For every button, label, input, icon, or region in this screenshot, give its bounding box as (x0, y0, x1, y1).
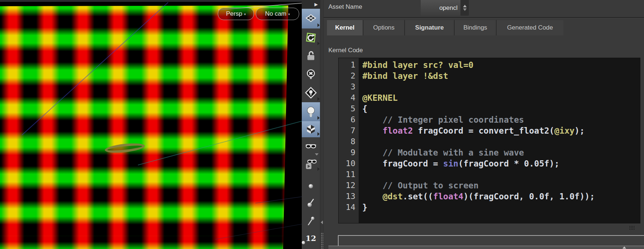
submenu-arrow-icon (317, 167, 320, 171)
viewport[interactable]: Persp ▾ No cam ▾ (0, 0, 302, 249)
render-pattern (0, 0, 302, 249)
kernel-code-editor[interactable]: 1#bind layer src? val=02#bind layer !&ds… (338, 58, 640, 223)
asset-version-spinner[interactable] (460, 0, 469, 16)
code-line[interactable]: 5{ (339, 103, 640, 114)
line-number: 7 (339, 125, 359, 136)
code-text (359, 169, 362, 180)
camera-select-label: No cam (265, 10, 286, 18)
sphere-icon (306, 181, 316, 191)
tab-options[interactable]: Options (363, 20, 404, 35)
submenu-arrow-icon (317, 42, 320, 45)
bulb-icon (305, 106, 317, 118)
line-number: 9 (339, 147, 359, 158)
code-text: fragCoord = sin(fragCoord * 0.05f); (359, 158, 559, 169)
line-number: 13 (339, 191, 359, 202)
code-text: @dst.set((float4)(fragCoord, 0.0f, 1.0f)… (359, 191, 595, 202)
tab-bindings[interactable]: Bindings (455, 20, 496, 35)
code-text: // Modulate with a sine wave (359, 147, 524, 158)
code-text: } (359, 202, 367, 213)
view-grid-layout-button[interactable] (302, 9, 320, 28)
expand-toolbar-button[interactable]: ▶ (302, 0, 320, 9)
recook-viewport-button[interactable] (302, 28, 320, 47)
line-number: 14 (339, 202, 359, 213)
code-line[interactable]: 11 (339, 169, 640, 180)
diamond-bulb-icon (304, 86, 317, 99)
shaded-cube-icon (305, 123, 317, 135)
submenu-arrow-icon (317, 116, 320, 120)
code-line[interactable]: 10 fragCoord = sin(fragCoord * 0.05f); (339, 158, 640, 169)
viewport-top-bar (0, 0, 302, 2)
point-markers-button[interactable] (302, 179, 320, 194)
display-options-button[interactable] (302, 137, 320, 155)
line-number: 2 (339, 70, 359, 81)
code-line[interactable]: 9 // Modulate with a sine wave (339, 147, 640, 158)
code-line[interactable]: 3 (339, 81, 640, 92)
point-ball-icon (302, 241, 305, 244)
scene-view-options-button[interactable] (302, 155, 320, 172)
bulb-x-icon (305, 68, 317, 80)
editor-resize-grip[interactable] (629, 226, 635, 230)
spinner-down-icon[interactable] (463, 8, 467, 11)
sphere-stick-icon (305, 197, 317, 208)
line-number: 10 (339, 158, 359, 169)
high-quality-lighting-button[interactable] (302, 102, 320, 121)
code-line[interactable]: 13 @dst.set((float4)(fragCoord, 0.0f, 1.… (339, 191, 640, 202)
lock-icon (305, 50, 317, 62)
submenu-arrow-icon (317, 23, 320, 27)
line-number: 8 (339, 136, 359, 147)
code-text: // Output to screen (359, 180, 479, 191)
scroll-up-icon[interactable] (622, 246, 626, 249)
green-stripes (0, 0, 302, 249)
recook-icon (305, 31, 317, 44)
line-number: 11 (339, 169, 359, 180)
code-text (359, 81, 362, 92)
point-numbers-button[interactable]: 12 (302, 230, 320, 246)
submenu-arrow-icon (317, 97, 320, 101)
code-line[interactable]: 8 (339, 136, 640, 147)
panel-splitter[interactable] (320, 0, 324, 249)
code-line[interactable]: 14} (339, 202, 640, 213)
kernel-code-label: Kernel Code (328, 47, 363, 54)
sunglasses-icon (304, 139, 317, 153)
viewport-toolbar: ▶ (302, 0, 320, 249)
asset-name-field[interactable]: opencl (421, 0, 469, 16)
bottom-scroll-strip[interactable] (328, 246, 644, 249)
editor-hscroll-field[interactable] (338, 235, 644, 246)
asset-name-label: Asset Name (328, 3, 362, 11)
tab-signature[interactable]: Signature (405, 20, 454, 35)
camera-select-button[interactable]: No cam ▾ (256, 8, 299, 20)
spinner-up-icon[interactable] (463, 5, 467, 7)
code-line[interactable]: 7 float2 fragCoord = convert_float2(@ixy… (339, 125, 640, 136)
line-number: 1 (339, 60, 359, 70)
code-text: #bind layer src? val=0 (359, 60, 474, 70)
sunglasses-play-icon (304, 157, 317, 170)
asset-name-value[interactable]: opencl (421, 0, 460, 16)
normal-lighting-button[interactable] (302, 83, 320, 102)
persp-view-label: Persp (226, 10, 242, 18)
no-lighting-button[interactable] (302, 65, 320, 83)
code-line[interactable]: 4@KERNEL (339, 92, 640, 103)
collapse-left-icon[interactable] (321, 221, 323, 224)
point-normals-button[interactable] (302, 194, 320, 212)
lock-camera-button[interactable] (302, 47, 320, 65)
splitter-grip[interactable] (321, 233, 323, 249)
code-line[interactable]: 12 // Output to screen (339, 180, 640, 191)
persp-view-button[interactable]: Persp ▾ (218, 8, 254, 20)
code-line[interactable]: 1#bind layer src? val=0 (339, 60, 640, 70)
header-separator (324, 17, 644, 18)
tab-kernel[interactable]: Kernel (327, 20, 363, 35)
smooth-shaded-button[interactable] (302, 121, 320, 137)
line-number: 5 (339, 103, 359, 114)
code-line[interactable]: 6 // Integer pixel coordinates (339, 114, 640, 125)
line-number: 4 (339, 92, 359, 103)
chevron-down-icon: ▾ (244, 12, 246, 16)
tab-bar: Kernel Options Signature Bindings Genera… (327, 20, 563, 35)
code-text (359, 136, 362, 147)
code-text: @KERNEL (359, 92, 398, 103)
tab-generated-code[interactable]: Generated Code (497, 20, 563, 35)
point-trails-button[interactable] (302, 212, 320, 230)
line-number: 6 (339, 114, 359, 125)
code-text: float2 fragCoord = convert_float2(@ixy); (359, 125, 585, 136)
parameter-panel: Asset Name opencl Kernel Options Signatu… (324, 0, 644, 249)
code-line[interactable]: 2#bind layer !&dst (339, 70, 640, 81)
